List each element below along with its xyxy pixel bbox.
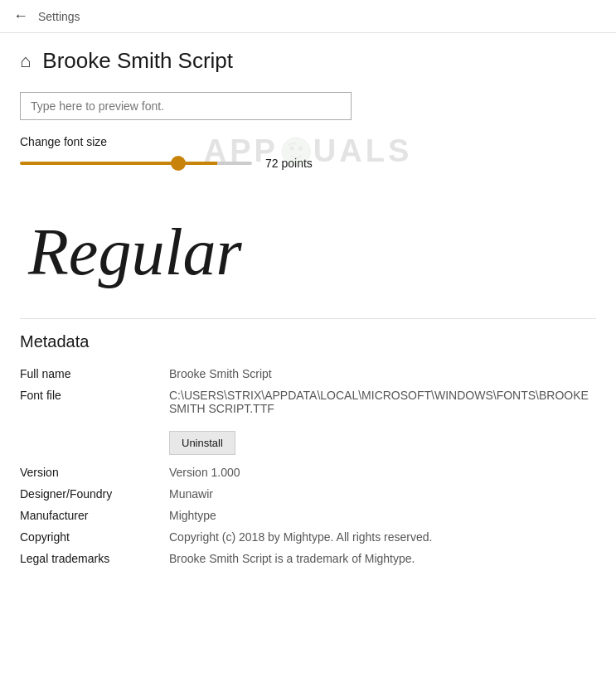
metadata-label: Designer/Foundry [20, 483, 169, 505]
metadata-value: Version 1.000 [169, 462, 596, 483]
metadata-value: Copyright (c) 2018 by Mightype. All righ… [169, 526, 596, 548]
svg-point-0 [282, 138, 310, 166]
metadata-label: Font file [20, 385, 169, 419]
svg-point-1 [289, 146, 293, 150]
metadata-table: Full nameBrooke Smith ScriptFont fileC:\… [20, 363, 596, 569]
top-bar: ← Settings [0, 0, 616, 33]
watermark-icon [280, 136, 312, 167]
home-icon[interactable]: ⌂ [20, 51, 31, 72]
topbar-title: Settings [38, 10, 80, 23]
font-preview-input[interactable] [20, 92, 352, 120]
metadata-row: CopyrightCopyright (c) 2018 by Mightype.… [20, 526, 596, 548]
metadata-row: Designer/FoundryMunawir [20, 483, 596, 505]
metadata-label: Copyright [20, 526, 169, 548]
metadata-label: Full name [20, 363, 169, 385]
metadata-value: C:\USERS\STRIX\APPDATA\LOCAL\MICROSOFT\W… [169, 385, 596, 419]
page-title: Brooke Smith Script [42, 48, 233, 74]
uninstall-button[interactable]: Uninstall [169, 431, 235, 455]
font-preview-text: Regular [28, 215, 242, 290]
metadata-title: Metadata [20, 332, 596, 351]
metadata-row: Font fileC:\USERS\STRIX\APPDATA\LOCAL\MI… [20, 385, 596, 419]
watermark-text: APP [204, 133, 279, 169]
content-area: Change font size 72 points Regular APP U… [0, 84, 616, 589]
font-preview-area: Regular APP UALS [20, 186, 596, 319]
metadata-label: Legal trademarks [20, 548, 169, 569]
watermark-text2: UALS [313, 133, 412, 169]
metadata-label: Manufacturer [20, 505, 169, 526]
metadata-value: Munawir [169, 483, 596, 505]
page-header: ⌂ Brooke Smith Script [0, 33, 616, 84]
back-button[interactable]: ← [13, 7, 28, 25]
svg-point-2 [298, 146, 302, 150]
metadata-label: Version [20, 462, 169, 483]
metadata-value: Brooke Smith Script [169, 363, 596, 385]
metadata-value: Mightype [169, 505, 596, 526]
metadata-row: Full nameBrooke Smith Script [20, 363, 596, 385]
metadata-value: Brooke Smith Script is a trademark of Mi… [169, 548, 596, 569]
uninstall-row: Uninstall [20, 419, 596, 462]
metadata-row: ManufacturerMightype [20, 505, 596, 526]
metadata-row: VersionVersion 1.000 [20, 462, 596, 483]
watermark: APP UALS [204, 133, 413, 169]
metadata-row: Legal trademarksBrooke Smith Script is a… [20, 548, 596, 569]
